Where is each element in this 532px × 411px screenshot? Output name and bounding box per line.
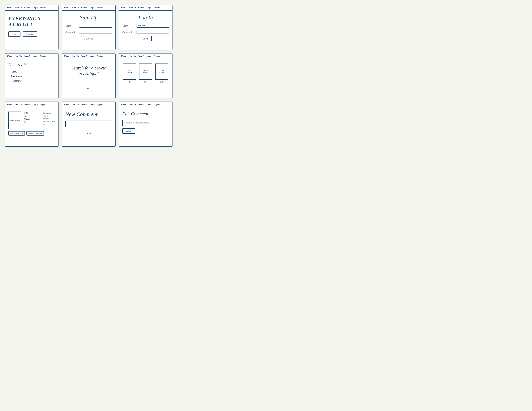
nav-search-link8[interactable]: Search [81,103,87,106]
detail-director: Director [24,118,39,120]
card-login: Home YourList Search Login Logout Log In… [119,5,172,50]
new-comment-submit-button[interactable]: Submit [82,131,95,136]
nav-yourlist-link4[interactable]: YourList [15,55,22,57]
nav-logout-link7[interactable]: Logout [40,103,46,106]
nav-login-link8[interactable]: Login [89,103,95,106]
signup-heading: Sign Up [65,15,112,21]
nav-login-link2[interactable]: Login [89,6,95,9]
nav-login-link4[interactable]: Login [33,55,38,57]
nav-home-link3[interactable]: Home [121,6,126,9]
wireframe-grid: Home YourList Search Login Logout EVERYO… [5,5,172,147]
nav-search-link4[interactable]: Search [24,55,30,57]
nav-search: Home YourList Search Login Logout [62,54,115,59]
nav-home-link7[interactable]: Home [7,103,12,106]
nav-logout-link3[interactable]: Logout [154,6,160,9]
userlist-heading: User's List [8,62,55,68]
signup-password-input[interactable] [79,30,112,34]
comments-heading: Comments [43,112,55,114]
nav-logout-link2[interactable]: Logout [97,6,103,9]
nav-search-link3[interactable]: Search [138,6,144,9]
nav-logout-link6[interactable]: Logout [154,55,160,57]
nav-home-link9[interactable]: Home [121,103,126,106]
poster-label-1: MoviePoster [127,69,132,74]
edit-comment-submit-button[interactable]: Submit [122,128,136,134]
nav-detail: Home YourList Search Login Logout [5,102,58,107]
home-login-button[interactable]: Login [8,31,20,37]
nav-search-link7[interactable]: Search [24,103,30,106]
nav-search-link5[interactable]: Search [81,55,87,57]
nav-search-link[interactable]: Search [24,6,30,9]
poster-item-1[interactable]: MoviePoster Title [123,64,136,83]
nav-login-link9[interactable]: Login [146,103,152,106]
nav-home-link4[interactable]: Home [7,55,12,57]
nav-yourlist-link2[interactable]: YourList [72,6,79,9]
nav-logout-link5[interactable]: Logout [97,55,103,57]
detail-plot: Plot [24,115,39,118]
card-signup: Home YourList Search Login Logout Sign U… [62,5,115,50]
new-comment-input[interactable] [65,121,112,127]
search-button[interactable]: Search [82,86,95,91]
poster-label-3: MoviePoster [159,69,164,74]
poster-item-3[interactable]: MoviePoster Title [155,64,168,83]
nav-yourlist-link5[interactable]: YourList [72,55,79,57]
nav-yourlist-link[interactable]: YourList [15,6,22,9]
detail-year: Year [24,121,39,123]
nav-search-link2[interactable]: Search [81,6,87,9]
leave-comment-button[interactable]: Leave a comment [27,131,44,136]
nav-home-link8[interactable]: Home [64,103,69,106]
signup-body: Sign Up User: Password: Sign Up! [62,11,115,44]
edit-comment-input[interactable] [122,120,169,126]
poster-item-2[interactable]: MoviePoster Title [139,64,152,83]
nav-yourlist-link7[interactable]: YourList [15,103,22,106]
nav-home-link6[interactable]: Home [121,55,126,57]
nav-login-link3[interactable]: Login [146,6,152,9]
movie-list: Aliens Terminator Gladiator [8,70,55,83]
nav-logout-link[interactable]: Logout [40,6,46,9]
nav-new-comment: Home YourList Search Login Logout [62,102,115,107]
detail-title: Title [24,112,39,114]
card-userlist: Home YourList Search Login Logout User's… [5,53,58,98]
login-user-label: User: [122,25,135,27]
list-item[interactable]: Aliens [8,70,55,74]
search-form: Search [65,80,112,91]
login-password-input[interactable] [137,30,169,34]
signup-submit-button[interactable]: Sign Up! [81,36,96,41]
list-item[interactable]: Terminator [8,75,55,78]
comments-block: Comments # ratedby user Best movie every… [41,112,55,129]
home-signup-button[interactable]: Sign Up [23,31,38,37]
search-input[interactable] [70,80,107,84]
new-comment-heading: New Comment [65,111,112,117]
nav-home-link[interactable]: Home [7,6,12,9]
card-home: Home YourList Search Login Logout EVERYO… [5,5,58,50]
nav-yourlist-link8[interactable]: YourList [72,103,79,106]
detail-body: Movie Poster Title Plot Director Year Co… [5,107,58,139]
nav-home-link5[interactable]: Home [64,55,69,57]
nav-yourlist-link3[interactable]: YourList [128,6,136,9]
detail-poster: Movie Poster [8,112,21,129]
list-item[interactable]: Gladiator [8,79,55,83]
poster-title-1: Title [123,81,136,83]
results-body: MoviePoster Title MoviePoster Title Movi… [119,59,172,86]
nav-login-link5[interactable]: Login [89,55,95,57]
nav-login-link[interactable]: Login [33,6,38,9]
detail-poster-label: Movie Poster [10,119,20,122]
login-submit-button[interactable]: Login [140,36,152,41]
nav-logout-link9[interactable]: Logout [154,103,160,106]
nav-search-link6[interactable]: Search [138,55,144,57]
nav-home: Home YourList Search Login Logout [5,5,58,11]
edit-comment-body: Edit Comment: Submit [119,107,172,137]
nav-logout-link4[interactable]: Logout [40,55,46,57]
nav-search-link9[interactable]: Search [138,103,144,106]
comments-column: Comments # ratedby user Best movie every… [41,112,55,129]
nav-logout-link8[interactable]: Logout [97,103,103,106]
nav-login-link6[interactable]: Login [146,55,152,57]
login-user-input[interactable] [137,24,169,28]
nav-home-link2[interactable]: Home [64,6,69,9]
nav-yourlist-link9[interactable]: YourList [128,103,136,106]
add-to-list-button[interactable]: Add to Your List [8,131,25,136]
nav-yourlist-link6[interactable]: YourList [128,55,136,57]
nav-login-link7[interactable]: Login [33,103,38,106]
nav-signup: Home YourList Search Login Logout [62,5,115,11]
signup-user-input[interactable] [79,24,112,28]
signup-password-row: Password: [65,30,112,34]
